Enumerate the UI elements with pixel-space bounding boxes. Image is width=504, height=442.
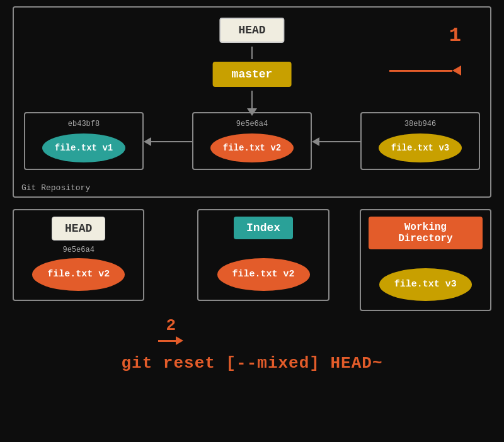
- file-blob-right: file.txt v3: [379, 133, 462, 162]
- red-arrow-1: [389, 65, 461, 76]
- commit-hash-left: eb43bf8: [68, 120, 100, 128]
- top-diagram: HEAD master 1 eb43bf8 file.txt v1: [13, 6, 491, 198]
- commit-hash-middle: 9e5e6a4: [236, 120, 268, 128]
- commit-hash-right: 38eb946: [404, 120, 436, 128]
- arrow-line-right-mid: [319, 141, 360, 142]
- index-title: Index: [234, 217, 293, 239]
- top-diagram-inner: HEAD master 1 eb43bf8 file.txt v1: [24, 18, 480, 181]
- master-center: master: [213, 62, 292, 87]
- git-command: git reset [--mixed] HEAD~: [121, 354, 382, 373]
- section-working-directory: Working Directory file.txt v3: [360, 209, 491, 311]
- section-head: HEAD 9e5e6a4 file.txt v2: [13, 209, 144, 301]
- arrow-2-container: 2: [154, 316, 187, 345]
- file-blob-wd: file.txt v3: [379, 268, 472, 301]
- master-box: master: [213, 62, 292, 87]
- red-arrow-line: [389, 70, 452, 72]
- label-2: 2: [166, 316, 176, 335]
- bottom-sections-wrapper: HEAD 9e5e6a4 file.txt v2 2 Index file.tx…: [13, 209, 491, 345]
- arrow-right: [158, 336, 183, 345]
- git-repo-label: Git Repository: [21, 183, 90, 193]
- file-blob-index: file.txt v2: [217, 258, 310, 291]
- arrow-2-spacer: 2: [154, 266, 187, 345]
- hash-head-bottom: 9e5e6a4: [62, 246, 94, 254]
- vert-connect-head-master: [251, 47, 253, 59]
- arrow-right-line: [158, 340, 176, 342]
- wd-title: Working Directory: [369, 217, 483, 249]
- head-top-center: HEAD: [219, 18, 284, 43]
- connector-right-mid: [312, 137, 360, 146]
- file-blob-head-bottom: file.txt v2: [32, 258, 125, 291]
- vertical-line-1: [251, 47, 253, 59]
- arrow-head-right-mid: [312, 137, 319, 146]
- arrow-line-mid-left: [151, 141, 192, 142]
- file-blob-middle: file.txt v2: [210, 133, 294, 162]
- head-box-top: HEAD: [219, 18, 284, 43]
- arrow-head-mid-left: [144, 137, 151, 146]
- section-index: Index file.txt v2: [197, 209, 329, 301]
- vertical-line-2: [251, 91, 253, 108]
- commit-box-right: 38eb946 file.txt v3: [360, 112, 480, 170]
- label-1: 1: [449, 24, 461, 47]
- connector-mid-left: [144, 137, 192, 146]
- commit-box-left: eb43bf8 file.txt v1: [24, 112, 144, 170]
- commit-box-middle: 9e5e6a4 file.txt v2: [192, 112, 312, 170]
- file-blob-left: file.txt v1: [42, 133, 125, 162]
- bottom-diagram: HEAD 9e5e6a4 file.txt v2 2 Index file.tx…: [13, 209, 491, 345]
- head-title-bottom: HEAD: [52, 217, 105, 241]
- arrow-right-head: [176, 336, 183, 345]
- commits-row: eb43bf8 file.txt v1 9e5e6a4 file.txt v2 …: [24, 112, 480, 170]
- red-arrow-head: [452, 65, 461, 76]
